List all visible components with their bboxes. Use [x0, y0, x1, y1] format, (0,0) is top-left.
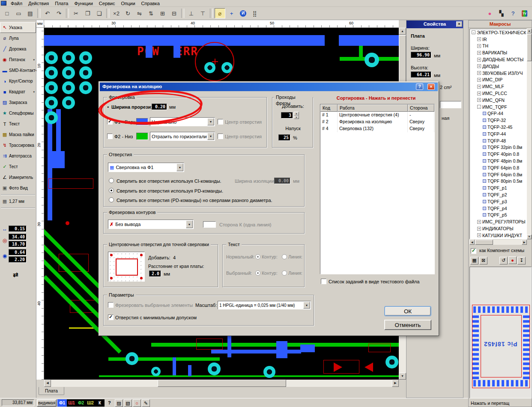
delete-macro-button[interactable]: ⊠: [479, 257, 487, 264]
f2-color-swatch[interactable]: [136, 133, 148, 140]
macro-tree-item[interactable]: +ИМС_MLF: [470, 83, 526, 90]
pin-bottom-button[interactable]: ⊤: [197, 8, 208, 18]
dropdown-arrow-icon[interactable]: ▼: [207, 118, 214, 125]
macro-tree-item[interactable]: +ИМС_РЕГУЛЯТОРЫ: [470, 218, 526, 225]
mirror-horizontal-button[interactable]: ⇋: [134, 8, 145, 18]
tree-vertical-scrollbar[interactable]: ▲ ▼: [527, 29, 532, 239]
job-row[interactable]: # 1Центровочные отверстия (4)-: [320, 112, 434, 119]
macro-tree-item[interactable]: -ИМС_TQPF: [470, 104, 526, 110]
macro-tree-item[interactable]: +IR: [470, 36, 526, 43]
track-width-value[interactable]: 0.15: [9, 226, 27, 232]
mill-selected-checkbox[interactable]: [108, 302, 114, 308]
passes-add-input[interactable]: 3: [281, 112, 293, 119]
macro-tree-item[interactable]: TQPF_p4: [470, 205, 526, 212]
new-button[interactable]: □: [2, 8, 12, 18]
collapse-icon[interactable]: -: [472, 30, 475, 34]
cut-button[interactable]: ✂: [71, 8, 81, 18]
expand-icon[interactable]: +: [477, 37, 481, 41]
properties-input[interactable]: [440, 101, 461, 108]
menu-item-1[interactable]: Действия: [25, 0, 52, 6]
scroll-up-icon[interactable]: ▲: [399, 28, 406, 35]
visibility-button[interactable]: видимая: [37, 399, 57, 407]
pad-size-value[interactable]: 18.70: [9, 241, 27, 247]
f1-center-checkbox[interactable]: [218, 119, 223, 125]
board-width-value[interactable]: 96.90: [411, 52, 431, 58]
dropdown-arrow-icon[interactable]: ▼: [176, 163, 183, 171]
macro-tree-item[interactable]: TQFP-32: [470, 117, 526, 124]
macro-tree-item[interactable]: TQPF 40pin 0.8: [470, 151, 526, 157]
menu-item-3[interactable]: Функции: [71, 0, 96, 6]
cancel-button[interactable]: Отменить: [384, 320, 431, 330]
snap-cross-button[interactable]: +: [226, 8, 237, 18]
duplicate-button[interactable]: ×2: [111, 8, 122, 18]
drill-layer-combo[interactable]: ▦ Сверловка на Ф1 ▼: [108, 163, 184, 172]
sidebar-tool-text[interactable]: TТекст: [0, 119, 36, 129]
spin-down-icon[interactable]: ▼: [294, 116, 299, 119]
copy-button[interactable]: ❐: [82, 8, 93, 18]
tv-button[interactable]: TV: [519, 8, 530, 18]
column-job[interactable]: Работа: [338, 104, 408, 112]
collapse-icon[interactable]: -: [477, 105, 481, 109]
pad-size-value[interactable]: 34.40: [9, 234, 27, 240]
scroll-up-icon[interactable]: ▲: [527, 29, 532, 33]
layer-toggle-Ш1[interactable]: Ш1: [67, 399, 76, 407]
save-button[interactable]: ▤: [25, 8, 36, 18]
passes-spinner[interactable]: ▲▼: [294, 112, 299, 119]
sidebar-tool-test[interactable]: ✓Тест: [0, 161, 36, 172]
pencil-button[interactable]: ✎: [142, 399, 150, 407]
scroll-right-icon[interactable]: ▶: [522, 240, 527, 245]
menu-item-4[interactable]: Сервис: [96, 0, 118, 6]
jobs-text-file-checkbox[interactable]: [321, 279, 326, 284]
export-macro-button[interactable]: ↧: [517, 257, 526, 264]
tree-hscroll-thumb[interactable]: [475, 240, 493, 245]
record-macro-button[interactable]: ●: [508, 256, 517, 264]
open-button[interactable]: ▭: [13, 8, 24, 18]
macro-tree-item[interactable]: +ИМС_DIP: [470, 77, 526, 83]
spin-up-icon[interactable]: ▲: [294, 112, 299, 116]
scroll-left-icon[interactable]: ◀: [469, 240, 475, 245]
centering-distance-input[interactable]: 2.0: [149, 270, 161, 277]
sidebar-tool-special-shapes[interactable]: ★Спецформы: [0, 108, 36, 119]
macro-tree-item[interactable]: +КАТУШКИ ИНДУКТ: [470, 232, 526, 239]
pink-dot-button[interactable]: ●: [484, 8, 495, 18]
expand-icon[interactable]: +: [477, 58, 481, 62]
tree-horizontal-scrollbar[interactable]: ◀ ▶: [469, 240, 527, 245]
sidebar-tool-solder-mask[interactable]: ▩Маска пайки: [0, 129, 36, 140]
scale-combo[interactable]: 1 HPGL-единица = 0,025 мм (1/40 мм) ▼: [218, 301, 311, 309]
component-checkbox[interactable]: [471, 248, 476, 254]
macro-tree-item[interactable]: QFP-44: [470, 110, 526, 117]
slot-width-input[interactable]: 0.20: [152, 104, 167, 110]
macro-tree-item[interactable]: TQPF_p1: [470, 184, 526, 191]
undo-button[interactable]: ↶: [42, 8, 53, 18]
pin-top-button[interactable]: ⊥: [186, 8, 197, 18]
hatch1-button[interactable]: ▨: [115, 399, 123, 407]
f2-mode-combo[interactable]: Отразить по горизонтали ▼: [150, 132, 215, 141]
selected-line-radio[interactable]: [282, 270, 287, 276]
tree-scroll-thumb[interactable]: [527, 34, 532, 61]
mirror-vertical-button[interactable]: ⇅: [146, 8, 156, 18]
column-side[interactable]: Сторона: [408, 104, 434, 112]
save-macro-button[interactable]: ▦: [470, 257, 478, 264]
expand-icon[interactable]: +: [477, 71, 481, 75]
expand-icon[interactable]: +: [477, 51, 481, 55]
job-row[interactable]: # 2Фрезировка на изоляциюСверху: [320, 119, 434, 125]
macro-tree-item[interactable]: TQPF_p5: [470, 212, 526, 219]
menu-item-2[interactable]: Плата: [52, 0, 71, 6]
layer-toggle-Ш2[interactable]: Ш2: [86, 399, 95, 407]
normal-line-radio[interactable]: [282, 254, 287, 259]
info-button[interactable]: И: [238, 8, 248, 18]
macro-tree-item[interactable]: TQFP-48: [470, 137, 526, 144]
canvas-horizontal-scrollbar[interactable]: ◀ ▶: [44, 380, 399, 387]
f1-mode-combo[interactable]: Нормально ▼: [150, 117, 215, 126]
layer-toggle-К[interactable]: К: [95, 399, 105, 407]
macro-tree-item[interactable]: +ВАРИКАПЫ: [470, 49, 526, 56]
properties-close-button[interactable]: ×: [456, 21, 462, 27]
dropdown-arrow-icon[interactable]: ▼: [186, 220, 193, 228]
drill-size-value[interactable]: 2.20: [9, 256, 27, 263]
tab-plata[interactable]: Плата: [39, 387, 64, 395]
group-button[interactable]: ⊞: [157, 8, 168, 18]
sidebar-tool-circle-sector[interactable]: ◑Круг/Сектор: [0, 76, 36, 86]
scroll-down-icon[interactable]: ▼: [399, 373, 406, 380]
macro-tree-item[interactable]: +ДИОДЫ: [470, 63, 526, 70]
column-code[interactable]: Код: [320, 104, 338, 112]
